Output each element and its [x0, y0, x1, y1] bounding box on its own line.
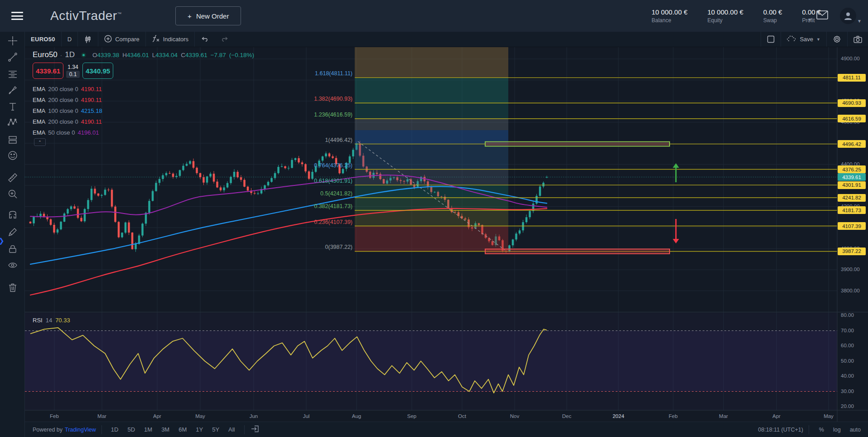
buy-button[interactable]: 4340.95	[82, 63, 113, 79]
rsi-band	[25, 331, 837, 392]
range-button-5y[interactable]: 5Y	[208, 425, 223, 434]
text-icon[interactable]	[6, 100, 19, 113]
candle-body	[240, 177, 242, 180]
candle-body	[152, 191, 154, 201]
crosshair-icon[interactable]	[6, 34, 19, 47]
new-order-button[interactable]: +New Order	[175, 6, 241, 25]
ema-indicator-row[interactable]: EMA200 close 04190.11	[33, 94, 102, 105]
symbol-button[interactable]: EURO50	[25, 32, 61, 47]
panel-expand-icon[interactable]: ❯	[0, 237, 5, 245]
market-status-icon[interactable]	[81, 53, 86, 58]
ema-indicator-row[interactable]: EMA200 close 04190.11	[33, 83, 102, 94]
candle-body	[77, 209, 79, 218]
candle-body	[512, 239, 514, 245]
go-to-date-icon[interactable]	[251, 425, 260, 434]
metric-label: Equity	[708, 17, 743, 24]
lock-icon[interactable]	[6, 243, 19, 255]
indicators-button[interactable]: Indicators	[146, 32, 194, 47]
candle-body	[169, 173, 171, 174]
avatar	[840, 8, 856, 24]
brush-icon[interactable]	[6, 84, 19, 97]
trend-line-icon[interactable]	[6, 51, 19, 63]
emoji-icon[interactable]	[6, 149, 19, 162]
interval-button[interactable]: D	[62, 32, 77, 47]
user-menu[interactable]: ▼	[840, 8, 862, 24]
range-button-1d[interactable]: 1D	[107, 425, 122, 434]
trademark: ™	[117, 11, 122, 16]
fib-price-label: 4690.93	[838, 99, 866, 107]
range-button-1m[interactable]: 1M	[140, 425, 156, 434]
candle-body	[179, 170, 181, 176]
menu-icon[interactable]	[11, 12, 23, 20]
rsi-legend: RSI 14 70.33	[33, 317, 70, 324]
candle-body	[125, 223, 127, 233]
candle-body	[114, 207, 116, 222]
price-axis-label: 3800.00	[841, 288, 860, 293]
undo-icon[interactable]	[195, 32, 215, 47]
ruler-icon[interactable]	[6, 171, 19, 184]
metric-value: 10 000.00 €	[708, 8, 743, 16]
fib-level-label: 1.236(4616.59)	[314, 112, 352, 118]
metric-value: 10 000.00 €	[651, 8, 687, 16]
screenshot-camera-icon[interactable]	[848, 32, 868, 47]
compare-button[interactable]: Compare	[98, 32, 145, 47]
layout-select-icon[interactable]	[761, 32, 781, 47]
sell-button[interactable]: 4339.61	[33, 63, 63, 79]
eye-icon[interactable]	[6, 259, 19, 272]
fib-level-label: 0(3987.22)	[325, 244, 352, 250]
time-axis-label: Apr	[772, 413, 781, 419]
range-button-5d[interactable]: 5D	[124, 425, 139, 434]
metric-label: Balance	[651, 17, 687, 24]
ema-indicator-row[interactable]: EMA100 close 04215.18	[33, 105, 102, 116]
mail-icon[interactable]	[816, 10, 828, 21]
fib-price-label: 4376.25	[838, 165, 866, 173]
candle-body	[67, 209, 69, 214]
fib-price-label: 4811.11	[838, 74, 866, 82]
xabcd-pattern-icon[interactable]	[6, 116, 19, 129]
spread-high: 1.34	[68, 64, 78, 70]
tradingview-link[interactable]: TradingView	[65, 427, 96, 433]
change-percent: (−0.18%)	[229, 52, 254, 58]
candle-body	[519, 230, 521, 233]
time-axis-label: May	[824, 413, 834, 419]
zoom-in-icon[interactable]	[6, 188, 19, 200]
draw-icon[interactable]	[6, 226, 19, 238]
chart-area[interactable]: 1.618(4811.11)1.382(4690.93)1.236(4616.5…	[25, 47, 868, 437]
candle-body	[281, 166, 283, 167]
fib-price-label: 4107.39	[838, 222, 866, 230]
candle-body	[135, 244, 137, 249]
ema-indicator-row[interactable]: EMA50 close 04196.01	[33, 127, 102, 138]
candle-body	[216, 182, 218, 188]
auto-scale-button[interactable]: auto	[845, 427, 865, 433]
chart-type-icon[interactable]	[78, 32, 98, 47]
candle-body	[39, 214, 42, 216]
range-button-3m[interactable]: 3M	[158, 425, 173, 434]
range-button-1y[interactable]: 1Y	[192, 425, 207, 434]
price-chart[interactable]: 1.618(4811.11)1.382(4690.93)1.236(4616.5…	[25, 47, 868, 422]
clock-time[interactable]: 08:18:11 (UTC+1)	[758, 427, 803, 433]
chevron-down-icon[interactable]: ▼	[807, 17, 812, 22]
settings-gear-icon[interactable]	[827, 32, 847, 47]
ema-indicator-row[interactable]: EMA200 close 04190.11	[33, 116, 102, 127]
fib-retracement-icon[interactable]	[6, 68, 19, 81]
save-button[interactable]: Save ▼	[781, 32, 826, 47]
magnet-icon[interactable]	[6, 209, 19, 222]
collapse-indicators-button[interactable]: ⌃	[34, 138, 46, 146]
long-short-position-icon[interactable]	[6, 133, 19, 146]
metric-label: Swap	[763, 17, 782, 24]
legend-symbol[interactable]: Euro50	[33, 50, 58, 59]
candle-body	[247, 187, 249, 191]
trash-icon[interactable]	[6, 281, 19, 294]
fib-zone	[355, 78, 508, 103]
chevron-down-icon: ▼	[857, 19, 862, 24]
range-button-all[interactable]: All	[225, 425, 238, 434]
fib-price-label: 4616.59	[838, 115, 866, 122]
log-scale-button[interactable]: log	[829, 427, 845, 433]
percent-scale-button[interactable]: %	[815, 427, 829, 433]
price-axis-label: 4900.00	[841, 56, 860, 61]
redo-icon[interactable]	[215, 32, 235, 47]
candle-body	[233, 172, 236, 177]
price-axis[interactable]: 4900.004800.004700.004600.004400.004200.…	[837, 47, 868, 422]
range-button-6m[interactable]: 6M	[175, 425, 190, 434]
spread: 1.34 0.1	[63, 64, 82, 78]
